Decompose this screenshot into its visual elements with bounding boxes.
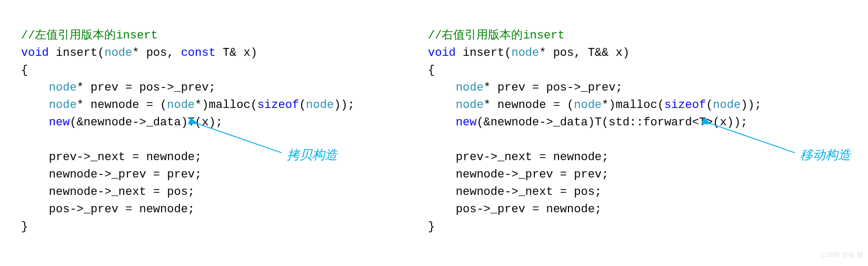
- right-new: new: [456, 116, 477, 129]
- right-code-block: //右值引用版本的insert void insert(node* pos, T…: [428, 9, 762, 235]
- right-l6: newnode->_next = pos;: [428, 185, 602, 199]
- right-sig1: insert(: [456, 46, 512, 60]
- right-l1-node: node: [456, 81, 484, 94]
- left-l1-node: node: [49, 81, 77, 94]
- left-l4: prev->_next = newnode;: [21, 151, 202, 164]
- right-void: void: [428, 46, 456, 60]
- right-l2b: * newnode = (: [484, 98, 574, 112]
- right-indent3: [428, 116, 456, 129]
- left-l5: newnode->_prev = prev;: [21, 168, 202, 181]
- right-l2-node2: node: [574, 98, 602, 112]
- right-node-type-1: node: [511, 46, 539, 60]
- right-indent1: [428, 81, 456, 94]
- left-l3b: (&newnode->_data)T(x);: [69, 116, 222, 129]
- left-indent3: [21, 116, 49, 129]
- left-l2c: *)malloc(: [195, 98, 257, 112]
- left-sig1: insert(: [49, 46, 105, 60]
- right-l2-node3: node: [713, 98, 741, 112]
- left-sig3: T& x): [216, 46, 257, 60]
- watermark: CSDN @砾 勤: [821, 247, 864, 264]
- left-l2e: ));: [334, 98, 355, 112]
- right-sig2: * pos, T&& x): [539, 46, 630, 60]
- right-l2d: (: [706, 98, 713, 112]
- right-indent2: [428, 98, 456, 112]
- left-brace-close: }: [21, 220, 28, 233]
- right-sizeof: sizeof: [664, 98, 706, 112]
- left-indent1: [21, 81, 49, 94]
- left-l2-node: node: [49, 98, 77, 112]
- left-indent2: [21, 98, 49, 112]
- left-comment: //左值引用版本的insert: [21, 29, 158, 42]
- right-l4: prev->_next = newnode;: [428, 151, 608, 164]
- left-l2b: * newnode = (: [77, 98, 167, 112]
- left-sizeof: sizeof: [257, 98, 299, 112]
- left-code-block: //左值引用版本的insert void insert(node* pos, c…: [21, 9, 355, 235]
- left-brace-open: {: [21, 64, 28, 77]
- right-annotation: 移动构造: [800, 146, 851, 164]
- left-l2-node3: node: [306, 98, 334, 112]
- right-l2e: ));: [741, 98, 762, 112]
- right-comment: //右值引用版本的insert: [428, 29, 565, 42]
- right-brace-open: {: [428, 64, 435, 77]
- right-l3b: (&newnode->_data)T(std::forward<T>(x));: [476, 116, 747, 129]
- left-l1-rest: * prev = pos->_prev;: [77, 81, 216, 94]
- left-annotation: 拷贝构造: [287, 146, 337, 164]
- right-l2-node: node: [456, 98, 484, 112]
- right-l1-rest: * prev = pos->_prev;: [484, 81, 623, 94]
- left-const: const: [181, 46, 216, 60]
- left-node-type-1: node: [104, 46, 132, 60]
- right-brace-close: }: [428, 220, 435, 233]
- left-sig2: * pos,: [132, 46, 181, 60]
- left-l6: newnode->_next = pos;: [21, 185, 195, 199]
- right-l5: newnode->_prev = prev;: [428, 168, 608, 181]
- right-l2c: *)malloc(: [602, 98, 664, 112]
- left-l2d: (: [299, 98, 306, 112]
- right-l7: pos->_prev = newnode;: [428, 203, 602, 216]
- left-new: new: [49, 116, 70, 129]
- left-l2-node2: node: [167, 98, 195, 112]
- left-void: void: [21, 46, 49, 60]
- left-l7: pos->_prev = newnode;: [21, 203, 195, 216]
